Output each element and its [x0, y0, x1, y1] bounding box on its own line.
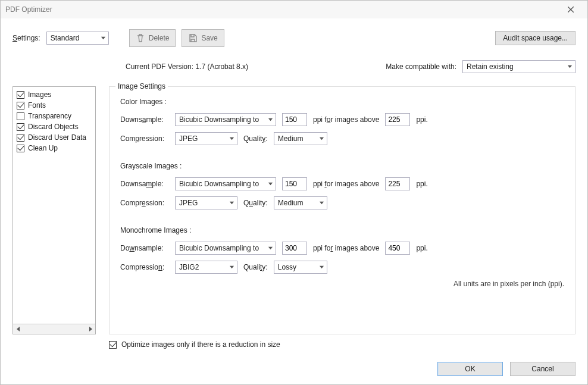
color-compression-combo[interactable]: JPEG — [175, 132, 237, 145]
color-downsample-combo[interactable]: Bicubic Downsampling to — [175, 113, 276, 126]
title-bar: PDF Optimizer — [1, 1, 587, 18]
category-item[interactable]: Fonts — [17, 100, 92, 111]
quality-label: Quality: — [243, 134, 268, 143]
mono-quality-combo[interactable]: Lossy — [274, 261, 327, 274]
category-checkbox[interactable] — [17, 123, 24, 131]
window-title: PDF Optimizer — [5, 5, 559, 14]
close-icon — [568, 7, 574, 12]
toolbar: Settings: Standard Delete Save Audit spa… — [12, 29, 576, 47]
audit-button[interactable]: Audit space usage... — [495, 31, 576, 45]
color-above-ppi-input[interactable] — [385, 113, 410, 126]
mono-ppi-input[interactable] — [282, 242, 307, 255]
scroll-right-icon[interactable] — [85, 324, 95, 334]
section-title: Monochrome Images : — [120, 226, 564, 234]
settings-combo[interactable]: Standard — [46, 32, 109, 45]
chevron-down-icon — [229, 263, 234, 271]
category-item[interactable]: Discard Objects — [17, 121, 92, 132]
trash-icon — [136, 33, 145, 43]
svg-marker-9 — [268, 183, 273, 186]
gray-ppi-input[interactable] — [282, 177, 307, 190]
svg-marker-10 — [230, 202, 234, 205]
svg-marker-11 — [320, 202, 324, 205]
category-checkbox[interactable] — [17, 91, 24, 99]
label: ppi. — [416, 115, 427, 124]
category-checkbox[interactable] — [17, 145, 24, 152]
category-item[interactable]: Discard User Data — [17, 132, 92, 143]
cancel-button[interactable]: Cancel — [510, 362, 576, 376]
units-footnote: All units are in pixels per inch (ppi). — [120, 280, 564, 288]
version-row: Current PDF Version: 1.7 (Acrobat 8.x) M… — [12, 60, 576, 73]
delete-button[interactable]: Delete — [129, 29, 176, 47]
category-label: Fonts — [28, 101, 46, 109]
svg-marker-8 — [320, 137, 324, 140]
compression-label: Compression: — [120, 134, 169, 143]
optimize-checkbox-row: Optimize images only if there is a reduc… — [109, 340, 576, 349]
gray-downsample-combo[interactable]: Bicubic Downsampling to — [175, 177, 276, 190]
chevron-down-icon — [268, 244, 273, 252]
dialog-buttons: OK Cancel — [12, 362, 576, 376]
chevron-down-icon — [268, 115, 273, 124]
svg-marker-12 — [268, 247, 273, 250]
save-button[interactable]: Save — [182, 29, 224, 47]
svg-marker-13 — [230, 266, 234, 269]
category-label: Images — [28, 90, 51, 99]
gray-quality-combo[interactable]: Medium — [274, 196, 327, 209]
settings-label: Settings: — [12, 34, 40, 42]
chevron-down-icon — [319, 199, 324, 207]
ok-button[interactable]: OK — [437, 362, 503, 376]
mono-compression-combo[interactable]: JBIG2 — [175, 261, 237, 274]
chevron-down-icon — [268, 180, 273, 188]
category-label: Discard User Data — [28, 133, 86, 142]
label: ppi for images above — [313, 244, 379, 252]
label: ppi. — [416, 244, 427, 252]
section-title: Color Images : — [120, 98, 564, 106]
quality-label: Quality: — [243, 263, 268, 271]
downsample-label: Downsample: — [120, 115, 169, 124]
monochrome-images-section: Monochrome Images : Downsample: Bicubic … — [120, 226, 564, 274]
grayscale-images-section: Grayscale Images : Downsample: Bicubic D… — [120, 162, 564, 209]
category-checkbox[interactable] — [17, 112, 24, 120]
save-icon — [188, 33, 198, 43]
category-item[interactable]: Transparency — [17, 111, 92, 121]
panel-legend: Image Settings — [115, 82, 168, 90]
compat-label: Make compatible with: — [386, 62, 456, 71]
label: ppi for images above — [313, 115, 379, 124]
quality-label: Quality: — [243, 199, 268, 207]
category-label: Discard Objects — [28, 123, 79, 131]
h-scrollbar[interactable] — [13, 324, 95, 334]
label: ppi for images above — [313, 180, 379, 188]
category-checkbox[interactable] — [17, 134, 24, 142]
close-button[interactable] — [559, 2, 583, 17]
category-label: Clean Up — [28, 144, 58, 152]
category-checkbox[interactable] — [17, 102, 24, 109]
category-label: Transparency — [28, 112, 71, 120]
compat-combo[interactable]: Retain existing — [462, 60, 576, 73]
mono-above-ppi-input[interactable] — [385, 242, 410, 255]
svg-marker-4 — [17, 327, 20, 331]
svg-marker-2 — [101, 37, 105, 39]
chevron-down-icon — [567, 62, 573, 71]
mono-downsample-combo[interactable]: Bicubic Downsampling to — [175, 242, 276, 255]
current-version-label: Current PDF Version: 1.7 (Acrobat 8.x) — [126, 62, 248, 71]
svg-marker-14 — [320, 266, 324, 269]
category-item[interactable]: Images — [17, 89, 92, 100]
image-settings-panel: Image Settings Color Images : Downsample… — [109, 86, 576, 334]
category-item[interactable]: Clean Up — [17, 143, 92, 154]
color-quality-combo[interactable]: Medium — [274, 132, 327, 145]
svg-marker-6 — [268, 118, 273, 121]
save-label: Save — [201, 34, 217, 42]
compression-label: Compression: — [120, 199, 169, 207]
svg-marker-5 — [89, 327, 92, 331]
scroll-left-icon[interactable] — [13, 324, 23, 334]
downsample-label: Downsample: — [120, 244, 169, 252]
gray-compression-combo[interactable]: JPEG — [175, 196, 237, 209]
optimize-checkbox[interactable] — [109, 341, 117, 349]
color-ppi-input[interactable] — [282, 113, 307, 126]
gray-above-ppi-input[interactable] — [385, 177, 410, 190]
svg-marker-3 — [568, 65, 572, 68]
section-title: Grayscale Images : — [120, 162, 564, 170]
compression-label: Compression: — [120, 263, 169, 271]
chevron-down-icon — [319, 263, 324, 271]
chevron-down-icon — [319, 134, 324, 143]
svg-marker-7 — [230, 137, 234, 140]
